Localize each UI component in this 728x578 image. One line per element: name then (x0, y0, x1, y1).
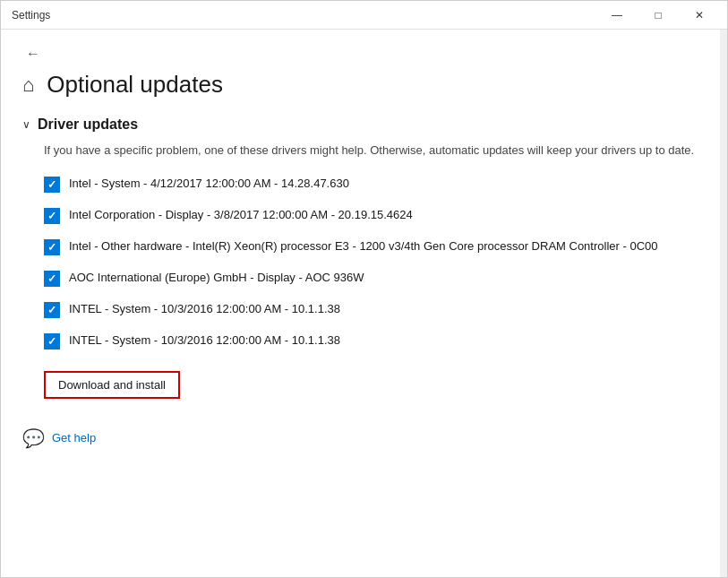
back-button[interactable]: ← (22, 44, 44, 64)
page-header: ⌂ Optional updates (22, 71, 698, 99)
title-bar-controls: — □ ✕ (596, 1, 720, 30)
settings-window: Settings — □ ✕ ← ⌂ Optional updates ∨ Dr… (0, 0, 728, 578)
check-icon: ✓ (47, 335, 56, 348)
driver-label-5: INTEL - System - 10/3/2016 12:00:00 AM -… (69, 301, 340, 317)
check-icon: ✓ (47, 210, 56, 222)
checkbox-4[interactable]: ✓ (44, 271, 60, 287)
scrollbar-track (720, 30, 727, 577)
help-section: 💬 Get help (22, 427, 698, 449)
main-content: ← ⌂ Optional updates ∨ Driver updates If… (1, 30, 720, 577)
window-title: Settings (12, 9, 50, 22)
driver-label-2: Intel Corporation - Display - 3/8/2017 1… (69, 207, 413, 223)
list-item: ✓ AOC International (Europe) GmbH - Disp… (44, 270, 698, 287)
download-install-button[interactable]: Download and install (44, 371, 180, 399)
driver-label-6: INTEL - System - 10/3/2016 12:00:00 AM -… (69, 332, 340, 349)
checkbox-1[interactable]: ✓ (44, 177, 60, 193)
section-description: If you have a specific problem, one of t… (44, 142, 698, 160)
driver-label-4: AOC International (Europe) GmbH - Displa… (69, 270, 364, 286)
page-title: Optional updates (47, 71, 223, 99)
check-icon: ✓ (47, 272, 56, 285)
checkbox-3[interactable]: ✓ (44, 239, 60, 255)
title-bar-left: Settings (12, 9, 50, 22)
check-icon: ✓ (47, 241, 56, 254)
title-bar: Settings — □ ✕ (1, 1, 727, 30)
checkbox-6[interactable]: ✓ (44, 333, 60, 349)
list-item: ✓ Intel Corporation - Display - 3/8/2017… (44, 207, 698, 224)
close-button[interactable]: ✕ (679, 1, 720, 30)
driver-label-3: Intel - Other hardware - Intel(R) Xeon(R… (69, 238, 657, 254)
list-item: ✓ Intel - Other hardware - Intel(R) Xeon… (44, 238, 698, 255)
chevron-down-icon[interactable]: ∨ (22, 118, 30, 131)
list-item: ✓ INTEL - System - 10/3/2016 12:00:00 AM… (44, 301, 698, 318)
get-help-link[interactable]: Get help (52, 431, 96, 444)
list-item: ✓ INTEL - System - 10/3/2016 12:00:00 AM… (44, 332, 698, 349)
help-icon: 💬 (22, 427, 45, 449)
checkbox-5[interactable]: ✓ (44, 302, 60, 318)
driver-label-1: Intel - System - 4/12/2017 12:00:00 AM -… (69, 176, 349, 192)
section-header: ∨ Driver updates (22, 116, 698, 133)
maximize-button[interactable]: □ (638, 1, 679, 30)
minimize-button[interactable]: — (596, 1, 638, 30)
nav-row: ← (22, 44, 698, 64)
content-wrapper: ← ⌂ Optional updates ∨ Driver updates If… (1, 30, 727, 577)
check-icon: ✓ (47, 178, 56, 191)
check-icon: ✓ (47, 304, 56, 316)
home-icon: ⌂ (22, 73, 34, 97)
section-title: Driver updates (38, 116, 138, 133)
driver-list: ✓ Intel - System - 4/12/2017 12:00:00 AM… (44, 176, 698, 349)
checkbox-2[interactable]: ✓ (44, 208, 60, 224)
list-item: ✓ Intel - System - 4/12/2017 12:00:00 AM… (44, 176, 698, 193)
